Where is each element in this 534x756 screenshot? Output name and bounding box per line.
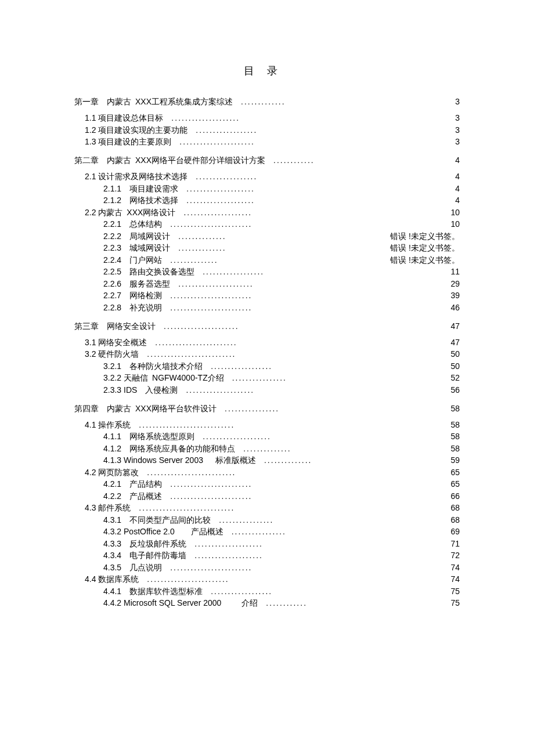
toc-leader-dots: ...................... — [164, 322, 239, 330]
toc-leader-dots: .................... — [186, 185, 255, 193]
toc-entry: 3.2.2 天融信 NGFW4000-TZ介绍................5… — [74, 374, 460, 382]
toc-entry: 1.3 项目建设的主要原则......................3 — [74, 138, 460, 146]
toc-entry-label: 2.2.8 补充说明 — [103, 303, 162, 312]
toc-entry-page: 75 — [390, 587, 460, 595]
toc-entry: 2.1.2 网络技术选择....................4 — [74, 196, 460, 204]
toc-entry-label: 2.2.4 门户网站 — [103, 256, 162, 264]
toc-entry-page: 68 — [390, 516, 460, 524]
toc-entry: 2.2 内蒙古 XXX网络设计....................10 — [74, 208, 460, 216]
toc-leader-dots: ........................ — [170, 291, 252, 299]
toc-entry-label: 4.3 邮件系统 — [85, 504, 131, 512]
toc-entry-page: 58 — [390, 444, 460, 453]
toc-leader-dots: ........................ — [170, 563, 252, 571]
toc-entry-page: 4 — [390, 185, 460, 193]
toc-leader-dots: .............. — [178, 232, 226, 240]
toc-entry-page: 47 — [390, 322, 460, 330]
toc-entry-label: 2.1.2 网络技术选择 — [103, 196, 178, 204]
toc-entry-page: 3 — [390, 114, 460, 122]
toc-entry-page: 3 — [390, 138, 460, 146]
toc-entry-label: 4.1.3 Windows Server 2003 标准版概述 — [103, 456, 256, 464]
toc-leader-dots: .......................... — [147, 468, 236, 476]
toc-leader-dots: ...................... — [178, 280, 254, 288]
toc-entry-label: 4.4 数据库系统 — [85, 575, 139, 583]
toc-entry-page: 错误 !未定义书签。 — [373, 232, 460, 240]
toc-entry-page: 50 — [390, 350, 460, 358]
toc-entry-label: 第三章 网络安全设计 — [74, 322, 156, 330]
toc-entry-page: 74 — [390, 563, 460, 571]
toc-entry-page: 65 — [390, 468, 460, 476]
toc-entry: 第三章 网络安全设计......................47 — [74, 322, 460, 330]
toc-entry: 1.1 项目建设总体目标....................3 — [74, 114, 460, 122]
toc-entry: 2.2.6 服务器选型......................29 — [74, 280, 460, 288]
toc-leader-dots: .................. — [196, 172, 257, 180]
toc-leader-dots: .............. — [243, 444, 291, 453]
toc-entry: 1.2 项目建设实现的主要功能..................3 — [74, 126, 460, 134]
toc-leader-dots: ............ — [266, 599, 307, 607]
toc-entry-label: 2.2.7 网络检测 — [103, 291, 162, 299]
toc-entry-page: 3 — [390, 126, 460, 134]
toc-entry: 3.2.1 各种防火墙技术介绍..................50 — [74, 362, 460, 370]
toc-entry-label: 2.2.5 路由交换设备选型 — [103, 267, 194, 276]
toc-entry-page: 39 — [390, 291, 460, 299]
toc-entry-label: 2.1 设计需求及网络技术选择 — [85, 172, 187, 180]
toc-entry: 4.1.1 网络系统选型原则....................58 — [74, 432, 460, 440]
toc-entry-label: 4.2.1 产品结构 — [103, 480, 162, 488]
toc-entry-label: 4.4.2 Microsoft SQL Server 2000 介绍 — [103, 599, 258, 607]
toc-leader-dots: .............. — [170, 256, 218, 264]
toc-entry-page: 75 — [390, 599, 460, 607]
toc-entry-page: 58 — [390, 432, 460, 440]
toc-entry: 2.2.4 门户网站..............错误 !未定义书签。 — [74, 256, 460, 264]
toc-entry: 2.2.3 城域网设计..............错误 !未定义书签。 — [74, 244, 460, 252]
toc-entry: 第二章 内蒙古 XXX网络平台硬件部分详细设计方案............4 — [74, 156, 460, 164]
toc-entry-page: 52 — [390, 374, 460, 382]
toc-entry-label: 4.1.2 网络系统应具备的功能和特点 — [103, 444, 235, 453]
toc-entry: 4.2.1 产品结构........................65 — [74, 480, 460, 488]
toc-entry-page: 58 — [390, 421, 460, 429]
toc-entry-page: 68 — [390, 504, 460, 512]
toc-entry: 4.3.5 几点说明........................74 — [74, 563, 460, 571]
toc-entry-label: 3.2.1 各种防火墙技术介绍 — [103, 362, 203, 370]
toc-leader-dots: .............. — [178, 244, 226, 252]
toc-entry-page: 10 — [390, 208, 460, 216]
toc-leader-dots: ........................ — [170, 480, 252, 488]
toc-entry: 4.3.1 不同类型产品间的比较................68 — [74, 516, 460, 524]
toc-entry-label: 第一章 内蒙古 XXX工程系统集成方案综述 — [74, 97, 233, 106]
toc-entry-label: 2.2.6 服务器选型 — [103, 280, 170, 288]
toc-leader-dots: .......................... — [147, 350, 236, 358]
toc-entry-label: 3.2.2 天融信 NGFW4000-TZ介绍 — [103, 374, 224, 382]
toc-entry: 2.3.3 IDS 入侵检测....................56 — [74, 386, 460, 394]
toc-entry-label: 1.2 项目建设实现的主要功能 — [85, 126, 187, 134]
toc-leader-dots: .................... — [171, 114, 240, 122]
toc-entry-label: 4.3.3 反垃圾邮件系统 — [103, 540, 186, 548]
toc-entry-label: 3.1 网络安全概述 — [85, 338, 147, 346]
toc-entry-label: 4.3.4 电子邮件防毒墙 — [103, 551, 186, 559]
toc-entry-label: 4.3.5 几点说明 — [103, 563, 162, 571]
toc-entry-page: 错误 !未定义书签。 — [373, 244, 460, 252]
toc-entry: 2.1.1 项目建设需求....................4 — [74, 185, 460, 193]
toc-entry: 4.1 操作系统............................58 — [74, 421, 460, 429]
toc-entry-label: 1.1 项目建设总体目标 — [85, 114, 163, 122]
toc-entry-label: 4.3.2 PostOffice 2.0 产品概述 — [103, 527, 223, 536]
toc-entry: 4.4.2 Microsoft SQL Server 2000 介绍......… — [74, 599, 460, 607]
toc-entry-page: 11 — [390, 267, 460, 276]
toc-entry-page: 74 — [390, 575, 460, 583]
toc-leader-dots: ...................... — [179, 138, 255, 146]
toc-entry-page: 46 — [390, 303, 460, 312]
toc-entry-page: 71 — [390, 540, 460, 548]
toc-entry: 第四章 内蒙古 XXX网络平台软件设计................58 — [74, 404, 460, 413]
table-of-contents: 第一章 内蒙古 XXX工程系统集成方案综述.............31.1 项… — [74, 97, 460, 607]
toc-entry: 4.2 网页防篡改..........................65 — [74, 468, 460, 476]
toc-leader-dots: ........................ — [170, 303, 252, 312]
toc-leader-dots: .................. — [203, 267, 264, 276]
toc-entry: 4.4 数据库系统........................74 — [74, 575, 460, 583]
toc-leader-dots: ............................ — [139, 421, 234, 429]
toc-leader-dots: ........................ — [170, 492, 252, 500]
toc-entry-page: 4 — [390, 196, 460, 204]
toc-entry-label: 4.2 网页防篡改 — [85, 468, 139, 476]
toc-leader-dots: .................... — [186, 386, 254, 394]
toc-entry-label: 1.3 项目建设的主要原则 — [85, 138, 171, 146]
toc-entry: 3.2 硬件防火墙..........................50 — [74, 350, 460, 358]
toc-leader-dots: .................. — [211, 587, 272, 595]
toc-leader-dots: ................ — [225, 404, 279, 413]
toc-leader-dots: ............ — [273, 156, 315, 164]
